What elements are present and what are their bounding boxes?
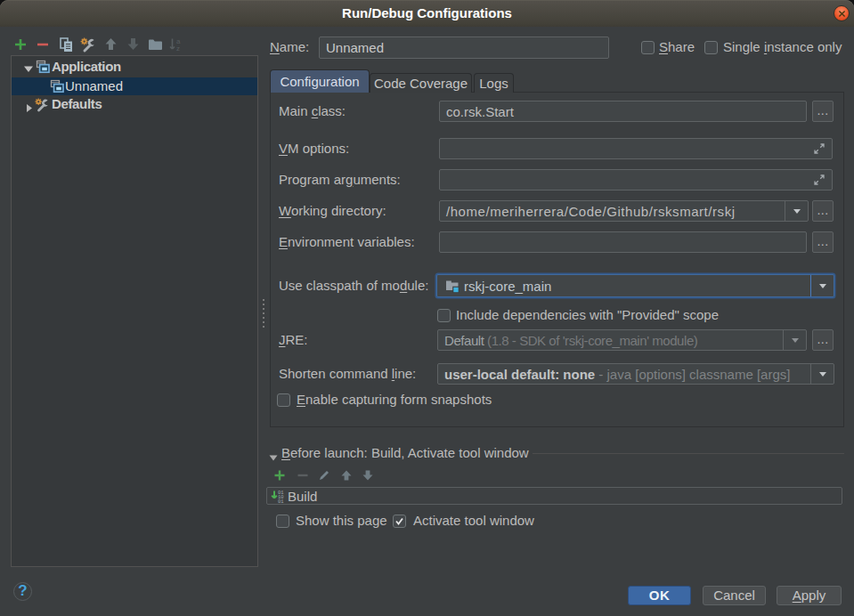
- svg-text:01: 01: [278, 498, 284, 503]
- svg-text:z: z: [176, 45, 180, 52]
